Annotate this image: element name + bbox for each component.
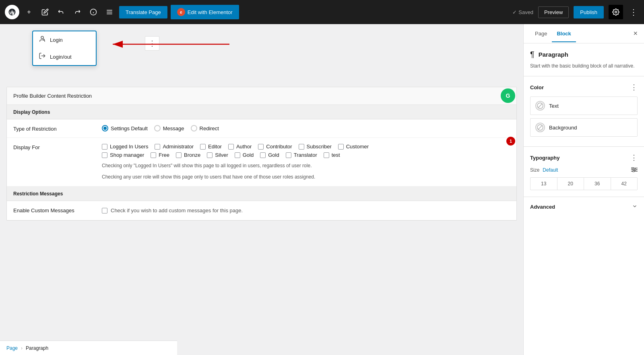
checkbox-test[interactable]: test [324, 152, 340, 158]
checkbox-silver[interactable]: Silver [207, 152, 228, 158]
checkbox-logged-in-users-label: Logged In Users [110, 144, 148, 150]
elementor-icon: e [177, 8, 185, 16]
size-preset-13[interactable]: 13 [530, 178, 557, 190]
checkbox-logged-in-users-input[interactable] [102, 144, 107, 150]
wp-logo[interactable] [5, 5, 19, 19]
checkbox-free-input[interactable] [151, 152, 156, 158]
checkbox-logged-in-users[interactable]: Logged In Users [102, 144, 148, 150]
radio-settings-default-label: Settings Default [111, 125, 148, 131]
color-more-icon[interactable]: ⋮ [630, 83, 638, 92]
svg-point-21 [633, 170, 634, 172]
svg-line-15 [538, 125, 542, 129]
profile-builder-header[interactable]: Profile Builder Content Restriction ▲ [7, 87, 516, 105]
tab-block[interactable]: Block [552, 26, 576, 42]
notification-badge: 1 [506, 137, 515, 146]
checkbox-gold2[interactable]: Gold [260, 152, 279, 158]
translate-page-button[interactable]: Translate Page [119, 6, 167, 18]
checkbox-free-label: Free [159, 152, 169, 158]
size-presets: 13 20 36 42 [530, 177, 638, 190]
color-text-circle [535, 101, 545, 111]
block-options-button[interactable]: ⋮ [145, 36, 159, 51]
radio-settings-default[interactable]: Settings Default [102, 125, 148, 131]
display-options-header: Display Options [7, 105, 516, 119]
checkbox-editor[interactable]: Editor [200, 144, 222, 150]
no-color-bg-icon [537, 124, 543, 131]
checkbox-free[interactable]: Free [151, 152, 169, 158]
checkbox-silver-label: Silver [215, 152, 228, 158]
checkbox-editor-label: Editor [208, 144, 222, 150]
svg-point-19 [632, 167, 634, 169]
dropdown-item-login-out[interactable]: Login/out [33, 48, 96, 65]
chevron-down-icon [632, 203, 638, 210]
advanced-header[interactable]: Advanced [530, 203, 638, 210]
settings-button[interactable] [609, 5, 623, 19]
checkbox-author[interactable]: Author [228, 144, 252, 150]
checkbox-subscriber-input[interactable] [299, 144, 304, 150]
checkbox-silver-input[interactable] [207, 152, 213, 158]
grammarly-button[interactable]: G [501, 88, 515, 103]
checkbox-contributor[interactable]: Contributor [258, 144, 292, 150]
panel-close-button[interactable]: × [633, 29, 638, 38]
topbar-more-icon[interactable]: ⋮ [628, 6, 639, 18]
main-layout: Login Login/out [0, 24, 644, 355]
login-out-icon [39, 52, 46, 61]
preview-button[interactable]: Preview [538, 6, 569, 18]
size-preset-42[interactable]: 42 [611, 178, 638, 190]
radio-settings-default-input[interactable] [102, 125, 108, 131]
publish-button[interactable]: Publish [574, 6, 604, 18]
type-of-restriction-row: Type of Restriction Settings Default Mes… [7, 119, 516, 138]
checkbox-translator[interactable]: Translator [286, 152, 317, 158]
checkbox-editor-input[interactable] [200, 144, 206, 150]
checkbox-bronze[interactable]: Bronze [176, 152, 200, 158]
pencil-button[interactable] [39, 6, 52, 18]
checkbox-gold2-input[interactable] [260, 152, 266, 158]
radio-message-input[interactable] [154, 125, 161, 131]
checkbox-contributor-input[interactable] [258, 144, 264, 150]
radio-message[interactable]: Message [154, 125, 184, 131]
enable-custom-messages-content: Check if you wish to add custom messages… [102, 207, 243, 213]
enable-custom-messages-checkbox[interactable] [102, 208, 107, 213]
typography-section: Typography ⋮ Size Default [524, 147, 644, 197]
breadcrumb-page[interactable]: Page [6, 345, 18, 351]
add-button[interactable]: + [23, 6, 35, 18]
tab-page[interactable]: Page [530, 26, 552, 42]
typography-more-icon[interactable]: ⋮ [630, 153, 638, 162]
checkbox-author-input[interactable] [228, 144, 234, 150]
topbar-right: ✓ Saved Preview Publish ⋮ [512, 5, 639, 19]
checkbox-translator-input[interactable] [286, 152, 291, 158]
profile-builder-section: Profile Builder Content Restriction ▲ Di… [6, 87, 517, 221]
enable-custom-messages-label: Enable Custom Messages [13, 207, 102, 213]
checkbox-test-input[interactable] [324, 152, 329, 158]
size-preset-36[interactable]: 36 [584, 178, 611, 190]
checkbox-gold1[interactable]: Gold [235, 152, 254, 158]
checkbox-customer-input[interactable] [338, 144, 344, 150]
size-preset-20[interactable]: 20 [557, 178, 584, 190]
radio-redirect-input[interactable] [191, 125, 197, 131]
radio-redirect[interactable]: Redirect [191, 125, 219, 131]
display-options-title: Display Options [13, 109, 50, 115]
dropdown-item-login[interactable]: Login [33, 31, 96, 48]
checkbox-shop-manager-label: Shop manager [110, 152, 144, 158]
size-adjust-icon[interactable] [631, 167, 638, 173]
checkbox-administrator-input[interactable] [155, 144, 160, 150]
checkbox-gold1-input[interactable] [235, 152, 240, 158]
info-button[interactable] [87, 6, 100, 18]
right-panel: Page Block × ¶ Paragraph Start with the … [523, 24, 644, 355]
edit-with-elementor-button[interactable]: e Edit with Elementor [171, 5, 239, 19]
color-background-circle [535, 123, 545, 132]
checkbox-bronze-input[interactable] [176, 152, 182, 158]
color-background-item[interactable]: Background [530, 118, 638, 137]
redo-button[interactable] [71, 6, 84, 18]
saved-status: ✓ Saved [512, 9, 533, 15]
paragraph-section: ¶ Paragraph Start with the basic buildin… [524, 43, 644, 76]
list-button[interactable] [103, 6, 116, 18]
checkbox-shop-manager-input[interactable] [102, 152, 107, 158]
color-text-item[interactable]: Text [530, 96, 638, 115]
advanced-section: Advanced [524, 197, 644, 217]
checkbox-customer[interactable]: Customer [338, 144, 369, 150]
checkbox-shop-manager[interactable]: Shop manager [102, 152, 144, 158]
checkbox-gold1-label: Gold [243, 152, 254, 158]
checkbox-subscriber[interactable]: Subscriber [299, 144, 332, 150]
undo-button[interactable] [55, 6, 68, 18]
checkbox-administrator[interactable]: Administrator [155, 144, 194, 150]
